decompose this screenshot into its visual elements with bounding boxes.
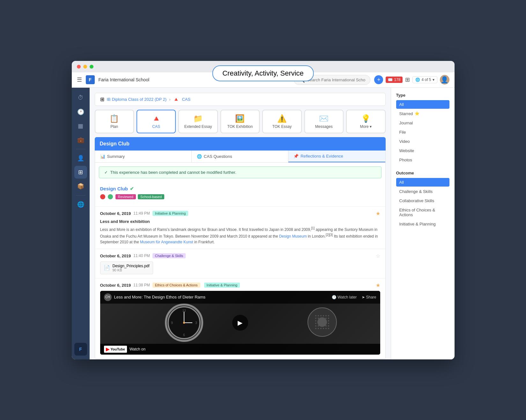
svg-point-34 bbox=[315, 325, 316, 327]
timeline-entry-1: October 6, 2019 11:49 PM Initiative & Pl… bbox=[95, 207, 385, 249]
nav-badge[interactable]: 🌐 4 of 5 ▾ bbox=[412, 76, 437, 83]
tab-plan-label: Plan bbox=[98, 124, 131, 129]
breadcrumb-parent-link[interactable]: IB Diploma Class of 2022 (DP 2) bbox=[107, 97, 167, 102]
ee-icon: 📁 bbox=[182, 114, 214, 123]
sidebar-item-layout[interactable]: ▦ bbox=[74, 120, 87, 132]
outcome-item-ethics[interactable]: Ethics of Choices & Actions bbox=[396, 206, 449, 219]
grid-icon[interactable]: ⊞ bbox=[405, 76, 410, 83]
svg-point-26 bbox=[325, 320, 327, 321]
timeline-time-1: 11:49 PM bbox=[133, 211, 150, 216]
sub-tab-cas-questions[interactable]: 🌐 CAS Questions bbox=[192, 151, 288, 162]
svg-point-18 bbox=[320, 318, 322, 319]
file-attachment[interactable]: 📄 Design_Principles.pdf 90 KB bbox=[100, 262, 153, 274]
tok-ex-icon: 🖼️ bbox=[224, 114, 256, 123]
sidebar: ⏱ 🕐 ▦ 💼 👤 ⊞ 📦 🌐 F bbox=[72, 88, 90, 359]
alert-success: ✓ This experience has been completed and… bbox=[99, 166, 382, 178]
section-header: Design Club bbox=[95, 137, 386, 151]
timeline-entry-3: October 6, 2019 11:38 PM Ethics of Choic… bbox=[95, 278, 385, 359]
outcome-badge-3a[interactable]: Ethics of Choices & Actions bbox=[152, 283, 200, 288]
verified-icon-1: ✔ bbox=[130, 186, 134, 192]
sub-tab-summary[interactable]: 📊 Summary bbox=[95, 151, 192, 162]
tab-cas-label: CAS bbox=[140, 124, 173, 129]
share-icon[interactable]: ➤ Share bbox=[362, 295, 376, 299]
timeline-header-3: October 6, 2019 11:38 PM Ethics of Choic… bbox=[100, 282, 380, 288]
sidebar-item-faria[interactable]: F bbox=[74, 343, 87, 356]
outcome-item-initiative[interactable]: Initiative & Planning bbox=[396, 220, 449, 228]
svg-point-31 bbox=[323, 323, 324, 324]
tab-extended-essay[interactable]: 📁 Extended Essay bbox=[178, 110, 218, 133]
type-item-starred[interactable]: Starred ⭐ bbox=[396, 109, 449, 118]
svg-point-12 bbox=[320, 315, 322, 316]
outcome-item-challenge[interactable]: Challenge & Skills bbox=[396, 187, 449, 196]
outcome-item-all[interactable]: All bbox=[396, 178, 449, 187]
outcome-item-collaborative[interactable]: Collaborative Skills bbox=[396, 196, 449, 205]
type-item-website[interactable]: Website bbox=[396, 146, 449, 155]
add-button[interactable]: + bbox=[374, 75, 383, 84]
play-button[interactable]: ▶ bbox=[232, 315, 248, 331]
star-icon-3[interactable]: ★ bbox=[376, 282, 380, 288]
outcome-badge-2[interactable]: Challenge & Skills bbox=[152, 253, 186, 258]
traffic-light-red[interactable] bbox=[77, 65, 81, 69]
tab-messages-label: Messages bbox=[307, 124, 340, 129]
sidebar-item-active[interactable]: ⊞ bbox=[74, 166, 87, 179]
sidebar-item-clock[interactable]: ⏱ bbox=[74, 92, 87, 104]
hamburger-menu[interactable]: ☰ bbox=[77, 76, 82, 83]
video-container[interactable]: 12 3 6 9 bbox=[100, 291, 380, 355]
tab-tok-exhibition[interactable]: 🖼️ TOK Exhibition bbox=[220, 110, 260, 133]
type-item-photos[interactable]: Photos bbox=[396, 156, 449, 164]
breadcrumb-current-link[interactable]: CAS bbox=[182, 97, 190, 102]
star-icon-2[interactable]: ☆ bbox=[376, 253, 380, 259]
entry-title-1: Design Club ✔ bbox=[100, 186, 380, 192]
svg-point-42 bbox=[320, 328, 322, 329]
svg-point-17 bbox=[318, 318, 319, 319]
svg-point-36 bbox=[320, 325, 322, 327]
file-name: Design_Principles.pdf bbox=[113, 264, 150, 268]
avatar[interactable] bbox=[440, 75, 449, 85]
sidebar-item-globe[interactable]: 🌐 bbox=[74, 198, 87, 211]
traffic-light-green[interactable] bbox=[90, 65, 93, 69]
tab-plan[interactable]: 📋 Plan bbox=[95, 110, 134, 133]
sub-tab-reflections[interactable]: 📌 Reflections & Evidence bbox=[288, 151, 385, 162]
svg-point-14 bbox=[325, 315, 327, 316]
timeline-date-2: October 6, 2019 bbox=[100, 254, 131, 258]
svg-point-9 bbox=[317, 317, 327, 327]
traffic-light-yellow[interactable] bbox=[83, 65, 87, 69]
mail-count: 178 bbox=[394, 77, 400, 82]
sub-tab-summary-label: Summary bbox=[107, 154, 125, 159]
type-item-file[interactable]: File bbox=[396, 128, 449, 136]
svg-point-7 bbox=[183, 322, 185, 324]
type-item-all[interactable]: All bbox=[396, 100, 449, 109]
search-input[interactable] bbox=[307, 77, 366, 82]
svg-point-39 bbox=[328, 325, 329, 327]
svg-point-44 bbox=[325, 328, 327, 329]
sidebar-item-box[interactable]: 📦 bbox=[74, 180, 87, 193]
cas-questions-icon: 🌐 bbox=[197, 154, 202, 159]
timeline-date-1: October 6, 2019 bbox=[100, 211, 131, 216]
star-icon-1[interactable]: ★ bbox=[376, 210, 380, 217]
right-panel: Type All Starred ⭐ Journal File Video We… bbox=[391, 88, 455, 359]
watch-later-icon[interactable]: 🕐 Watch later bbox=[332, 295, 357, 299]
tab-more[interactable]: 💡 More ▾ bbox=[346, 110, 385, 133]
museum-link[interactable]: Museum für Angewandte Kunst bbox=[140, 240, 193, 244]
check-icon: ✓ bbox=[104, 170, 108, 175]
tab-messages[interactable]: ✉️ Messages bbox=[304, 110, 344, 133]
design-museum-link[interactable]: Design Museum bbox=[279, 234, 307, 239]
sidebar-item-briefcase[interactable]: 💼 bbox=[74, 134, 87, 146]
tab-tok-essay[interactable]: ⚠️ TOK Essay bbox=[262, 110, 301, 133]
outcome-badge-1[interactable]: Initiative & Planning bbox=[152, 211, 189, 216]
sidebar-item-history[interactable]: 🕐 bbox=[74, 106, 87, 118]
top-actions: + ✉️ 178 ⊞ 🌐 4 of 5 ▾ bbox=[374, 75, 449, 85]
pdf-icon: 📄 bbox=[104, 265, 110, 271]
nav-icon: 🌐 bbox=[415, 77, 420, 82]
type-item-video[interactable]: Video bbox=[396, 137, 449, 146]
type-item-journal[interactable]: Journal bbox=[396, 119, 449, 127]
section-title: Design Club bbox=[100, 141, 130, 146]
chevron-down-icon: ▾ bbox=[433, 77, 434, 82]
tab-cas[interactable]: 🔺 CAS bbox=[137, 110, 176, 133]
svg-point-37 bbox=[323, 325, 324, 327]
outcome-badge-3b[interactable]: Initiative & Planning bbox=[204, 283, 240, 288]
timeline-header-2: October 6, 2019 11:40 PM Challenge & Ski… bbox=[100, 253, 380, 259]
svg-point-24 bbox=[320, 320, 322, 321]
mail-badge[interactable]: ✉️ 178 bbox=[386, 77, 403, 83]
sidebar-item-person[interactable]: 👤 bbox=[74, 152, 87, 165]
